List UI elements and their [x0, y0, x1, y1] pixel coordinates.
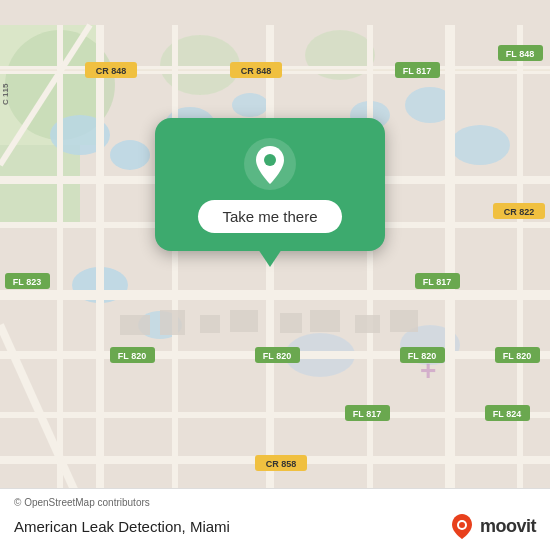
svg-point-13 — [450, 125, 510, 165]
map-container: CR 848 CR 848 FL 817 FL 848 CR 822 FL 82… — [0, 0, 550, 550]
place-name: American Leak Detection, Miami — [14, 518, 230, 535]
svg-text:FL 817: FL 817 — [353, 409, 381, 419]
popup-card: Take me there — [155, 118, 385, 251]
svg-text:CR 848: CR 848 — [96, 66, 127, 76]
svg-rect-68 — [280, 313, 302, 333]
svg-text:FL 817: FL 817 — [423, 277, 451, 287]
place-info: American Leak Detection, Miami moovit — [14, 512, 536, 540]
svg-point-7 — [110, 140, 150, 170]
attribution-text: © OpenStreetMap contributors — [14, 497, 536, 508]
svg-text:FL 820: FL 820 — [263, 351, 291, 361]
svg-rect-66 — [200, 315, 220, 333]
svg-text:FL 848: FL 848 — [506, 49, 534, 59]
svg-text:CR 858: CR 858 — [266, 459, 297, 469]
svg-text:+: + — [420, 355, 436, 386]
svg-point-9 — [232, 93, 268, 117]
take-me-there-button[interactable]: Take me there — [198, 200, 341, 233]
svg-rect-69 — [310, 310, 340, 332]
svg-point-76 — [459, 522, 465, 528]
svg-point-74 — [264, 154, 276, 166]
svg-text:CR 848: CR 848 — [241, 66, 272, 76]
bottom-bar: © OpenStreetMap contributors American Le… — [0, 488, 550, 550]
location-pin-icon — [244, 138, 296, 190]
svg-rect-70 — [355, 315, 380, 333]
svg-rect-65 — [160, 310, 185, 335]
svg-text:FL 820: FL 820 — [118, 351, 146, 361]
moovit-text: moovit — [480, 516, 536, 537]
svg-rect-67 — [230, 310, 258, 332]
svg-text:FL 820: FL 820 — [503, 351, 531, 361]
moovit-logo: moovit — [448, 512, 536, 540]
svg-rect-64 — [120, 315, 150, 335]
svg-text:C 115: C 115 — [1, 83, 10, 105]
svg-text:FL 823: FL 823 — [13, 277, 41, 287]
svg-text:FL 824: FL 824 — [493, 409, 521, 419]
svg-text:CR 822: CR 822 — [504, 207, 535, 217]
moovit-icon — [448, 512, 476, 540]
app: CR 848 CR 848 FL 817 FL 848 CR 822 FL 82… — [0, 0, 550, 550]
svg-rect-2 — [0, 145, 80, 225]
svg-text:FL 817: FL 817 — [403, 66, 431, 76]
svg-rect-71 — [390, 310, 418, 332]
